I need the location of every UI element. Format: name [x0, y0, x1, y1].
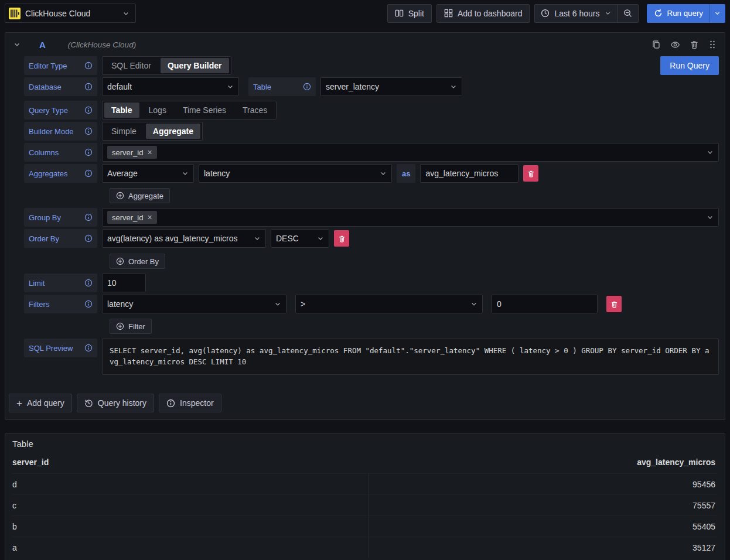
chevron-down-icon: [274, 301, 281, 308]
query-type-switch: Table Logs Time Series Traces: [102, 101, 277, 119]
duplicate-query-icon[interactable]: [651, 40, 661, 49]
add-aggregate-button[interactable]: Aggregate: [110, 188, 170, 203]
table-header-row: server_id avg_latency_micros: [5, 451, 725, 473]
table-row[interactable]: b 55405: [12, 515, 718, 537]
database-label: Database: [24, 77, 97, 96]
delete-query-icon[interactable]: [690, 40, 699, 49]
info-icon[interactable]: [84, 344, 93, 352]
chevron-down-icon: [317, 235, 324, 242]
hide-query-icon[interactable]: [670, 40, 680, 50]
query-type-logs[interactable]: Logs: [142, 103, 173, 118]
columns-multiselect[interactable]: server_id ×: [102, 143, 719, 162]
chevron-down-icon: [605, 10, 611, 16]
remove-icon[interactable]: ×: [147, 148, 152, 156]
info-icon[interactable]: [84, 83, 93, 91]
query-type-time-series[interactable]: Time Series: [176, 103, 233, 118]
column-header-server-id[interactable]: server_id: [12, 457, 369, 467]
builder-mode-simple[interactable]: Simple: [104, 124, 144, 139]
datasource-name: ClickHouse Cloud: [25, 9, 90, 18]
add-filter-button[interactable]: Filter: [110, 319, 152, 334]
limit-input[interactable]: [102, 274, 146, 292]
editor-type-sql-editor[interactable]: SQL Editor: [104, 58, 158, 73]
info-icon[interactable]: [84, 213, 93, 221]
run-query-dropdown[interactable]: [709, 4, 725, 23]
run-query-button[interactable]: Run query: [647, 4, 726, 23]
query-history-button[interactable]: Query history: [77, 394, 154, 412]
toolbar: ClickHouse Cloud Split Add to dashboard …: [0, 0, 730, 26]
datasource-picker[interactable]: ClickHouse Cloud: [5, 4, 136, 23]
aggregate-column-select[interactable]: latency: [199, 164, 392, 183]
zoom-out-icon: [623, 9, 632, 18]
as-label: as: [397, 164, 415, 183]
drag-handle-icon[interactable]: [708, 40, 717, 49]
info-icon[interactable]: [84, 300, 93, 308]
query-footer: + Add query Query history Inspector: [5, 377, 725, 419]
database-select[interactable]: default: [102, 77, 239, 96]
dashboard-grid-icon: [444, 9, 453, 18]
query-builder-form: Editor Type SQL Editor Query Builder Run…: [5, 56, 725, 375]
order-by-direction-select[interactable]: DESC: [271, 229, 329, 248]
remove-icon[interactable]: ×: [147, 213, 152, 221]
editor-type-query-builder[interactable]: Query Builder: [161, 58, 229, 73]
clock-icon: [541, 9, 550, 18]
add-order-by-button[interactable]: Order By: [110, 254, 165, 269]
chevron-down-icon: [182, 170, 189, 177]
filters-label: Filters: [24, 295, 97, 313]
table-row[interactable]: a 35127: [12, 537, 718, 558]
run-query-inline-button[interactable]: Run Query: [660, 56, 719, 75]
remove-filter-button[interactable]: [606, 296, 622, 312]
info-icon[interactable]: [84, 234, 93, 243]
query-ref-id[interactable]: A: [39, 40, 46, 50]
remove-order-by-button[interactable]: [334, 230, 349, 247]
builder-mode-aggregate[interactable]: Aggregate: [146, 124, 200, 139]
info-icon[interactable]: [84, 279, 93, 287]
group-by-multiselect[interactable]: server_id ×: [102, 208, 719, 227]
table-select[interactable]: server_latency: [320, 77, 462, 96]
builder-mode-row: Builder Mode Simple Aggregate: [24, 122, 719, 141]
aggregate-function-select[interactable]: Average: [102, 164, 194, 183]
query-editor-panel: A (ClickHouse Cloud) Editor Type: [5, 32, 725, 420]
column-header-avg-latency[interactable]: avg_latency_micros: [369, 457, 718, 467]
info-icon[interactable]: [84, 127, 93, 135]
filter-value-input[interactable]: [492, 295, 598, 313]
limit-row: Limit: [24, 274, 719, 292]
sql-preview-label: SQL Preview: [24, 339, 97, 357]
aggregate-alias-input[interactable]: [420, 164, 518, 183]
filter-operator-select[interactable]: >: [295, 295, 483, 313]
editor-type-switch: SQL Editor Query Builder: [102, 56, 231, 75]
order-by-column-select[interactable]: avg(latency) as avg_latency_micros: [102, 229, 266, 248]
group-by-label: Group By: [24, 208, 97, 227]
results-table-panel: Table server_id avg_latency_micros d 954…: [5, 433, 725, 560]
add-to-dashboard-button[interactable]: Add to dashboard: [436, 4, 530, 23]
table-row[interactable]: c 75557: [12, 494, 718, 515]
split-button[interactable]: Split: [387, 4, 432, 23]
remove-aggregate-button[interactable]: [523, 165, 538, 182]
table-row[interactable]: d 95456: [12, 473, 718, 494]
time-range-button[interactable]: Last 6 hours: [535, 5, 616, 22]
zoom-out-time-button[interactable]: [617, 5, 638, 22]
add-filter-row: Filter: [24, 319, 719, 334]
editor-type-label: Editor Type: [24, 56, 97, 75]
chevron-down-icon: [450, 83, 457, 90]
add-query-button[interactable]: + Add query: [9, 394, 72, 412]
info-icon[interactable]: [84, 169, 93, 177]
time-picker-group: Last 6 hours: [534, 4, 638, 23]
info-icon[interactable]: [84, 62, 93, 70]
builder-mode-label: Builder Mode: [24, 122, 97, 141]
inspector-button[interactable]: Inspector: [159, 394, 221, 412]
collapse-chevron-icon[interactable]: [13, 41, 21, 48]
order-by-row: Order By avg(latency) as avg_latency_mic…: [24, 229, 719, 248]
chevron-down-icon: [707, 214, 714, 221]
query-type-label: Query Type: [24, 101, 97, 119]
history-icon: [84, 399, 93, 408]
clickhouse-logo-icon: [9, 8, 21, 19]
query-type-traces[interactable]: Traces: [236, 103, 274, 118]
table-body: d 95456 c 75557 b 55405 a 35127: [5, 473, 725, 558]
filter-column-select[interactable]: latency: [102, 295, 286, 313]
split-icon: [395, 9, 404, 18]
info-icon[interactable]: [303, 83, 311, 91]
info-icon[interactable]: [84, 106, 93, 114]
database-table-row: Database default Table server_latency: [24, 77, 719, 96]
info-icon[interactable]: [84, 148, 93, 156]
query-type-table[interactable]: Table: [104, 103, 139, 118]
